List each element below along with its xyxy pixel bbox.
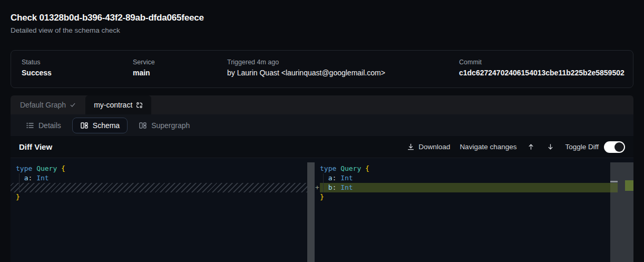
toggle-diff-group: Toggle Diff (565, 141, 625, 153)
code-line: a: Int (320, 173, 610, 183)
page-title: Check 01328b0d-b396-43f2-89ab-dfda065fee… (11, 13, 204, 23)
commit-value: c1dc62724702406154013cbe11b225b2e5859502 (459, 69, 625, 77)
graph-tab-contract-label: my-contract (94, 101, 132, 109)
diff-placeholder-line (11, 183, 307, 192)
minimap-line-tick (610, 181, 618, 182)
view-tab-supergraph-label: Supergraph (151, 121, 190, 130)
indent-guide (323, 173, 324, 192)
contract-icon (136, 102, 143, 109)
graph-tab-default[interactable]: Default Graph (11, 95, 85, 114)
summary-card: Status Success Service main Triggered 4m… (11, 50, 633, 88)
page-header: Check 01328b0d-b396-43f2-89ab-dfda065fee… (11, 13, 204, 34)
view-tab-details[interactable]: Details (19, 118, 68, 133)
list-icon (26, 121, 34, 130)
arrow-down-icon (547, 143, 554, 151)
page-subtitle: Detailed view of the schema check (11, 26, 204, 34)
minimap-added-marker (625, 180, 633, 191)
view-tab-schema-label: Schema (93, 121, 120, 130)
toggle-diff-switch[interactable] (604, 141, 625, 153)
status-cell: Status Success (22, 59, 52, 77)
commit-label: Commit (459, 59, 625, 66)
schema-check-page: Check 01328b0d-b396-43f2-89ab-dfda065fee… (0, 0, 644, 262)
navigate-changes-label: Navigate changes (460, 143, 516, 151)
download-label: Download (418, 143, 450, 151)
toggle-diff-label: Toggle Diff (565, 143, 599, 151)
diff-toolbar: Diff View Download Navigate changes (11, 136, 633, 158)
code-line: } (320, 192, 610, 202)
service-value: main (133, 69, 155, 77)
diff-added-line: b: Int (320, 183, 610, 192)
editor-scrollbar[interactable] (307, 162, 315, 262)
view-tab-details-label: Details (38, 121, 61, 130)
download-button[interactable]: Download (407, 143, 450, 151)
code-line: a: Int (16, 173, 307, 183)
triggered-label: Triggered 4m ago (227, 59, 385, 66)
diff-editor-modified[interactable]: type Query { a: Int b: Int} (315, 158, 610, 262)
status-value: Success (22, 69, 52, 77)
triggered-cell: Triggered 4m ago by Laurin Quast <laurin… (227, 59, 385, 77)
minimap[interactable] (610, 162, 633, 262)
graph-tab-strip: Default Graph my-contract (11, 95, 633, 114)
columns-icon (80, 121, 89, 130)
diff-editor-original[interactable]: type Query { a: Int} (11, 158, 307, 262)
service-cell: Service main (133, 59, 155, 77)
download-icon (407, 143, 415, 151)
commit-cell: Commit c1dc62724702406154013cbe11b225b2e… (459, 59, 625, 77)
service-label: Service (133, 59, 155, 66)
minimap-added-under (610, 183, 618, 192)
diff-controls: Download Navigate changes (407, 141, 625, 153)
view-tab-schema[interactable]: Schema (72, 118, 128, 133)
check-detail-panel: Details Schema (11, 114, 633, 262)
check-icon (70, 102, 76, 108)
indent-guide (19, 173, 19, 192)
triggered-value: by Laurin Quast <laurinquast@googlemail.… (227, 69, 385, 77)
status-label: Status (22, 59, 52, 66)
code-line: } (16, 192, 307, 202)
graph-tab-contract[interactable]: my-contract (85, 95, 151, 114)
view-tab-supergraph[interactable]: Supergraph (132, 118, 197, 133)
columns-icon (139, 121, 147, 130)
previous-change-button[interactable] (526, 143, 536, 151)
code-line: type Query { (16, 164, 307, 173)
view-tab-row: Details Schema (11, 114, 633, 136)
next-change-button[interactable] (545, 143, 555, 151)
arrow-up-icon (527, 143, 535, 151)
graph-tab-default-label: Default Graph (20, 101, 66, 109)
diff-editor: type Query { a: Int} + type Query { a: I… (11, 158, 633, 262)
diff-view-title: Diff View (19, 142, 52, 151)
code-line: type Query { (320, 164, 610, 173)
toggle-diff-knob (614, 142, 624, 152)
